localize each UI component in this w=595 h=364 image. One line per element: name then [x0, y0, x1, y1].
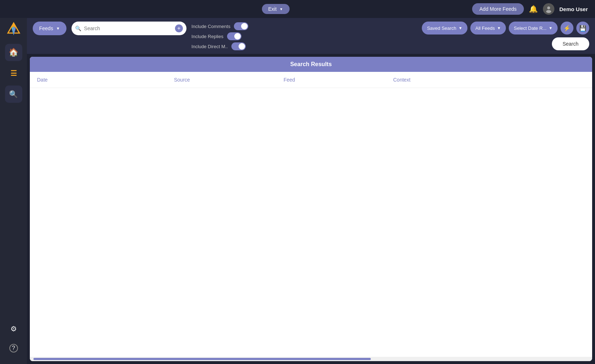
avatar	[543, 3, 554, 15]
include-direct-m-toggle[interactable]	[231, 42, 246, 50]
plus-icon: +	[177, 26, 180, 31]
sidebar-bottom: ⚙ ?	[5, 320, 22, 360]
top-nav-right: Add More Feeds 🔔 Demo User	[472, 3, 588, 15]
user-name: Demo User	[559, 6, 588, 12]
right-controls: Saved Search ▼ All Feeds ▼ Select Date R…	[422, 22, 589, 50]
exit-label: Exit	[268, 6, 277, 12]
right-controls-row1: Saved Search ▼ All Feeds ▼ Select Date R…	[422, 22, 589, 34]
sidebar-item-search[interactable]: 🔍	[5, 86, 22, 103]
col-feed-header: Feed	[283, 77, 393, 83]
results-header-label: Search Results	[290, 61, 332, 67]
search-icon: 🔍	[75, 26, 81, 31]
save-button[interactable]: 💾	[576, 22, 589, 34]
results-table-header: Date Source Feed Context	[30, 72, 592, 88]
include-comments-row: Include Comments	[192, 22, 248, 30]
select-date-chevron-icon: ▼	[549, 26, 553, 30]
help-icon: ?	[9, 344, 18, 353]
saved-search-chevron-icon: ▼	[458, 26, 462, 30]
top-nav: Exit ▼ Add More Feeds 🔔 Demo User	[0, 0, 595, 18]
all-feeds-chevron-icon: ▼	[497, 26, 501, 30]
saved-search-button[interactable]: Saved Search ▼	[422, 22, 467, 34]
results-header: Search Results	[30, 57, 592, 72]
search-button[interactable]: Search	[552, 37, 589, 50]
sidebar-item-list[interactable]: ☰	[5, 65, 22, 82]
svg-point-0	[547, 6, 550, 9]
feeds-chevron-icon: ▼	[56, 26, 60, 31]
save-icon: 💾	[579, 25, 586, 32]
col-context-header: Context	[393, 77, 585, 83]
main-layout: 🏠 ☰ 🔍 ⚙ ? Feeds ▼	[0, 18, 595, 364]
include-comments-label: Include Comments	[192, 24, 230, 29]
select-date-button[interactable]: Select Date R... ▼	[509, 22, 558, 34]
feeds-dropdown-label: Feeds	[39, 26, 53, 31]
toggle-slider	[234, 22, 248, 30]
include-direct-m-row: Include Direct M..	[192, 42, 248, 50]
search-plus-button[interactable]: +	[175, 24, 183, 32]
exit-chevron-icon: ▼	[280, 7, 283, 11]
search-btn-row: Search	[422, 37, 589, 50]
search-sidebar-icon: 🔍	[9, 90, 18, 98]
toolbar: Feeds ▼ 🔍 + Include Comments	[27, 18, 595, 54]
col-date-header: Date	[37, 77, 174, 83]
results-body	[30, 88, 592, 357]
logo	[6, 22, 22, 37]
toggles-section: Include Comments Include Replies Include…	[192, 22, 248, 50]
home-icon: 🏠	[9, 48, 18, 57]
date-col-label: Date	[37, 77, 48, 83]
list-icon: ☰	[10, 69, 17, 78]
content-area: Feeds ▼ 🔍 + Include Comments	[27, 18, 595, 364]
col-source-header: Source	[174, 77, 283, 83]
search-input[interactable]	[84, 26, 172, 31]
select-date-label: Select Date R...	[514, 26, 546, 31]
sidebar: 🏠 ☰ 🔍 ⚙ ?	[0, 18, 27, 364]
exit-button[interactable]: Exit ▼	[262, 4, 290, 14]
bookmark-button[interactable]: ⚡	[561, 22, 573, 34]
include-replies-row: Include Replies	[192, 32, 248, 40]
feeds-dropdown[interactable]: Feeds ▼	[33, 22, 66, 35]
all-feeds-label: All Feeds	[475, 26, 495, 31]
scrollbar-thumb	[33, 358, 371, 360]
sidebar-item-settings[interactable]: ⚙	[5, 320, 22, 337]
saved-search-label: Saved Search	[427, 26, 456, 31]
source-col-label: Source	[174, 77, 190, 83]
sidebar-item-help[interactable]: ?	[5, 340, 22, 357]
bottom-scrollbar[interactable]	[30, 357, 592, 361]
bell-icon[interactable]: 🔔	[529, 5, 538, 13]
toggle-slider-3	[231, 42, 246, 50]
all-feeds-button[interactable]: All Feeds ▼	[470, 22, 506, 34]
toggle-slider-2	[227, 32, 241, 40]
gear-icon: ⚙	[10, 324, 17, 333]
sidebar-item-home[interactable]: 🏠	[5, 44, 22, 61]
svg-point-1	[546, 10, 551, 13]
context-col-label: Context	[393, 77, 410, 83]
results-area: Search Results Date Source Feed Context	[30, 57, 592, 361]
search-input-container: 🔍 +	[72, 22, 186, 35]
include-comments-toggle[interactable]	[234, 22, 248, 30]
feed-col-label: Feed	[283, 77, 295, 83]
include-direct-m-label: Include Direct M..	[192, 44, 228, 49]
top-nav-center: Exit ▼	[262, 4, 290, 14]
add-more-feeds-button[interactable]: Add More Feeds	[472, 3, 524, 15]
bookmark-icon: ⚡	[563, 25, 571, 32]
include-replies-toggle[interactable]	[227, 32, 241, 40]
include-replies-label: Include Replies	[192, 34, 223, 39]
